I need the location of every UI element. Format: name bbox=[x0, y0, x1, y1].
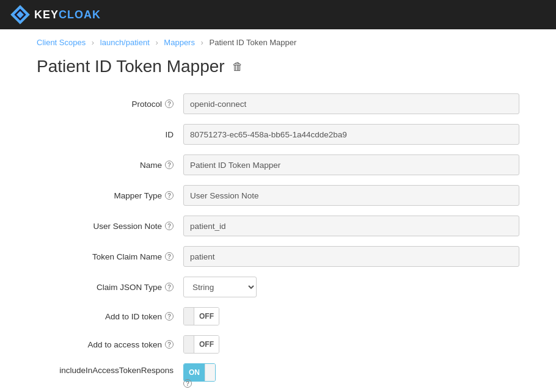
navbar: KEYCLOAK bbox=[0, 0, 556, 29]
token-claim-name-input[interactable] bbox=[183, 246, 519, 267]
user-session-note-row: User Session Note ? bbox=[37, 216, 519, 236]
token-claim-name-label: Token Claim Name ? bbox=[37, 252, 183, 261]
delete-icon[interactable]: 🗑 bbox=[232, 60, 243, 73]
main-content: Patient ID Token Mapper 🗑 Protocol ? ID … bbox=[0, 51, 556, 392]
add-to-id-token-help-icon[interactable]: ? bbox=[165, 312, 174, 321]
breadcrumb: Client Scopes › launch/patient › Mappers… bbox=[0, 29, 556, 51]
add-to-id-token-row: Add to ID token ? OFF bbox=[37, 307, 519, 325]
name-help-icon[interactable]: ? bbox=[165, 161, 174, 169]
breadcrumb-sep-1: › bbox=[92, 38, 94, 47]
breadcrumb-launch-patient[interactable]: launch/patient bbox=[100, 38, 150, 47]
include-on-part: ON bbox=[184, 364, 205, 381]
brand-cloak: CLOAK bbox=[59, 9, 101, 21]
add-to-access-token-on-part bbox=[184, 336, 194, 353]
add-to-id-token-on-part bbox=[184, 308, 194, 325]
add-to-id-token-toggle[interactable]: OFF bbox=[183, 307, 219, 325]
name-row: Name ? bbox=[37, 154, 519, 175]
breadcrumb-mappers[interactable]: Mappers bbox=[164, 38, 195, 47]
id-row: ID bbox=[37, 124, 519, 145]
id-label: ID bbox=[37, 130, 183, 139]
token-claim-name-row: Token Claim Name ? bbox=[37, 246, 519, 267]
mapper-type-help-icon[interactable]: ? bbox=[165, 191, 174, 200]
include-help-icon[interactable]: ? bbox=[183, 379, 192, 388]
protocol-row: Protocol ? bbox=[37, 93, 519, 114]
name-input[interactable] bbox=[183, 154, 519, 175]
name-label: Name ? bbox=[37, 161, 183, 170]
include-help-row: ? bbox=[37, 379, 519, 388]
mapper-type-input bbox=[183, 185, 519, 206]
brand-text: KEYCLOAK bbox=[34, 9, 101, 21]
breadcrumb-client-scopes[interactable]: Client Scopes bbox=[37, 38, 86, 47]
token-claim-name-help-icon[interactable]: ? bbox=[165, 252, 174, 261]
claim-json-type-row: Claim JSON Type ? String long int boolea… bbox=[37, 277, 519, 297]
page-title-row: Patient ID Token Mapper 🗑 bbox=[37, 57, 519, 76]
brand-key: KEY bbox=[34, 9, 59, 21]
protocol-label: Protocol ? bbox=[37, 100, 183, 109]
user-session-note-input[interactable] bbox=[183, 216, 519, 236]
breadcrumb-sep-2: › bbox=[155, 38, 158, 47]
add-to-access-token-help-icon[interactable]: ? bbox=[165, 340, 174, 349]
claim-json-type-help-icon[interactable]: ? bbox=[165, 283, 174, 291]
protocol-help-icon[interactable]: ? bbox=[165, 100, 174, 108]
user-session-note-label: User Session Note ? bbox=[37, 222, 183, 231]
protocol-input[interactable] bbox=[183, 93, 519, 114]
include-label: includeInAccessTokenRespons bbox=[37, 363, 183, 375]
user-session-note-help-icon[interactable]: ? bbox=[165, 222, 174, 230]
add-to-access-token-toggle[interactable]: OFF bbox=[183, 335, 219, 354]
include-off-part bbox=[205, 364, 215, 381]
add-to-id-token-label: Add to ID token ? bbox=[37, 312, 183, 321]
mapper-type-label: Mapper Type ? bbox=[37, 191, 183, 200]
claim-json-type-label: Claim JSON Type ? bbox=[37, 283, 183, 292]
breadcrumb-sep-3: › bbox=[201, 38, 203, 47]
brand: KEYCLOAK bbox=[10, 4, 101, 25]
page-title: Patient ID Token Mapper bbox=[37, 57, 225, 76]
add-to-id-token-off-part: OFF bbox=[194, 308, 219, 325]
id-input[interactable] bbox=[183, 124, 519, 145]
breadcrumb-current: Patient ID Token Mapper bbox=[210, 38, 297, 47]
claim-json-type-select[interactable]: String long int boolean JSON bbox=[183, 277, 257, 297]
add-to-access-token-off-part: OFF bbox=[194, 336, 219, 353]
keycloak-logo-icon bbox=[10, 4, 31, 25]
mapper-type-row: Mapper Type ? bbox=[37, 185, 519, 206]
add-to-access-token-label: Add to access token ? bbox=[37, 340, 183, 349]
add-to-access-token-row: Add to access token ? OFF bbox=[37, 335, 519, 354]
